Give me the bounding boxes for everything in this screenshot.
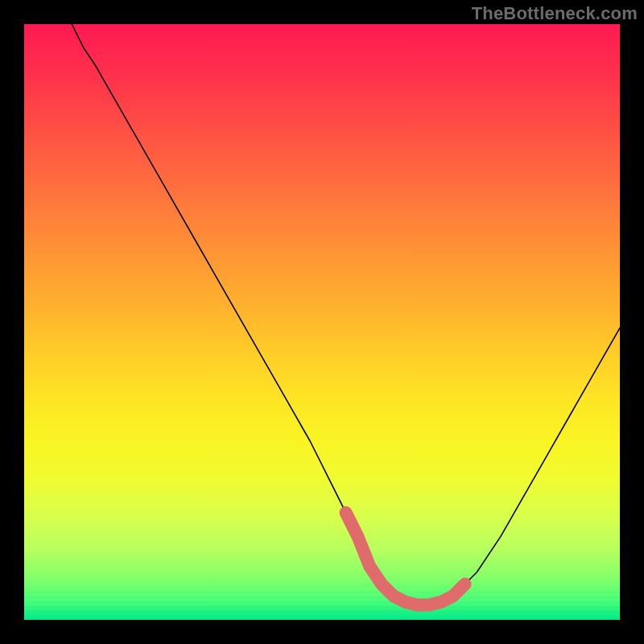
min-region-highlight [346,513,465,605]
watermark-text: TheBottleneck.com [472,3,638,24]
plot-area [24,24,620,620]
curve-layer [24,24,620,620]
chart-root: TheBottleneck.com [0,0,644,644]
bottom-stripes [24,592,620,612]
